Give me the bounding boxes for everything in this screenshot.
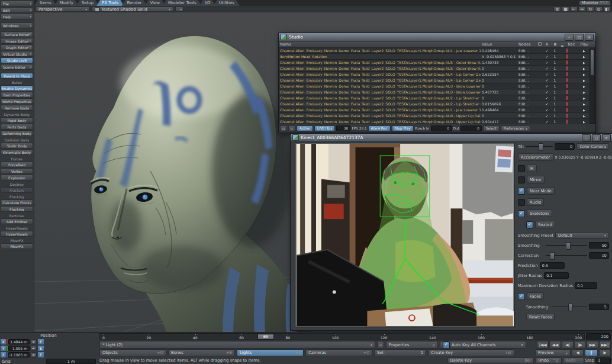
punch-out-field[interactable]: 0: [460, 125, 482, 131]
allow-rec-button[interactable]: Allow Rec: [368, 125, 391, 131]
record-button[interactable]: [565, 66, 578, 70]
sidebar-item[interactable]: Graph Editor F2: [1, 44, 33, 50]
zoom-icon[interactable]: ⊙: [595, 7, 603, 12]
checkbox-icon[interactable]: [526, 221, 533, 228]
transport-button[interactable]: ▶▶|: [599, 341, 611, 349]
prediction-field[interactable]: 0.5: [540, 262, 565, 269]
pane-icon[interactable]: ◧: [603, 7, 611, 12]
sidebar-item[interactable]: HyperVoxels: [1, 226, 33, 230]
add-icon[interactable]: [280, 125, 287, 131]
sidebar-item[interactable]: [1, 70, 33, 72]
active-check[interactable]: ✓: [543, 120, 551, 124]
fps-field[interactable]: 30: [336, 125, 350, 131]
stop-play-button[interactable]: Stop Play: [392, 125, 414, 131]
correction-slider[interactable]: [546, 252, 587, 259]
sidebar-item[interactable]: Vortex: [1, 168, 33, 174]
sidebar-item[interactable]: Windows: [1, 22, 33, 28]
studio-channel-row[interactable]: Channel Alien_Emissary_Nevron_Demo_Facia…: [279, 119, 595, 124]
properties-button[interactable]: Properties p: [386, 341, 438, 349]
current-frame-thumb[interactable]: 65: [257, 334, 274, 340]
axis-stepper[interactable]: ◂▸: [30, 352, 37, 357]
menu-tab[interactable]: View: [144, 0, 165, 6]
sidebar-item[interactable]: Static Body: [1, 143, 33, 149]
play-button[interactable]: ▶: [578, 73, 591, 76]
timeline-ruler[interactable]: 0 20 40 60 80 100 120: [99, 333, 585, 340]
sidebar-item[interactable]: Collision Body: [1, 138, 33, 142]
active-check[interactable]: ✓: [543, 96, 551, 100]
checkbox-label[interactable]: Audio: [527, 198, 544, 206]
studio-channel-row[interactable]: Channel Alien_Emissary_Nevron_Demo_Facia…: [279, 66, 595, 72]
sidebar-item[interactable]: Forcefield: [1, 162, 33, 167]
sidebar-item[interactable]: Deforming Body: [1, 130, 33, 136]
studio-channel-row[interactable]: Channel Alien_Emissary_Nevron_Demo_Facia…: [279, 89, 595, 95]
checkbox-icon[interactable]: [518, 165, 525, 172]
sidebar-item[interactable]: Fracture: [1, 187, 33, 193]
play-button[interactable]: ▶: [578, 79, 591, 82]
record-button[interactable]: [565, 49, 578, 53]
sidebar-item[interactable]: Edit: [1, 7, 33, 13]
envelope-button[interactable]: E: [37, 352, 44, 358]
smoothing-slider[interactable]: [546, 242, 587, 249]
sidebar-item[interactable]: World Properties: [1, 98, 33, 104]
envelope-button[interactable]: E: [37, 339, 44, 345]
step-field[interactable]: 1: [595, 357, 611, 364]
sidebar-item[interactable]: Explosion: [1, 175, 33, 181]
sidebar-item[interactable]: Calculate Flocks: [1, 199, 33, 205]
grid-size-field[interactable]: 1 m: [46, 359, 96, 364]
correction-field[interactable]: 10: [589, 252, 609, 259]
record-button[interactable]: [565, 72, 578, 76]
sidebar-item[interactable]: Scene Editor: [1, 64, 33, 70]
menu-tab[interactable]: I/O: [199, 0, 216, 6]
play-button[interactable]: ▶: [578, 85, 591, 88]
checkbox-icon[interactable]: [518, 176, 525, 183]
studio-channel-row[interactable]: Channel Alien_Emissary_Nevron_Demo_Facia…: [279, 60, 595, 66]
current-item-dropdown[interactable]: * Light (2): [99, 341, 375, 349]
item-type-button[interactable]: Lights +L: [237, 349, 304, 356]
transport-button[interactable]: |◀◀: [537, 341, 549, 349]
smoothing-preset-dropdown[interactable]: Default: [555, 232, 609, 239]
sidebar-item[interactable]: Remove Body: [1, 105, 33, 111]
menu-tab[interactable]: Utilities: [214, 0, 240, 6]
select-button[interactable]: Select: [483, 125, 500, 131]
active-check[interactable]: ✓: [543, 90, 551, 94]
active-check[interactable]: ✓: [543, 72, 551, 76]
active-check[interactable]: ✓: [543, 54, 551, 59]
sidebar-item[interactable]: Image Editor F6: [1, 38, 33, 44]
sidebar-item[interactable]: Particles: [1, 214, 33, 218]
transport-button[interactable]: ◀◀: [549, 341, 561, 349]
item-type-button[interactable]: Objects +O: [99, 349, 166, 356]
undo-button[interactable]: Undo ^Z: [536, 357, 562, 364]
play-button[interactable]: ▶: [578, 91, 591, 94]
studio-channel-row[interactable]: Channel Alien_Emissary_Nevron_Demo_Facia…: [279, 101, 595, 107]
close-icon[interactable]: ×: [602, 134, 611, 141]
maximize-icon[interactable]: □: [575, 34, 584, 41]
axis-stepper[interactable]: ◂▸: [30, 346, 37, 351]
smoothing-field[interactable]: 50: [589, 242, 609, 249]
end-frame-field[interactable]: 200: [586, 333, 611, 340]
play-button[interactable]: ▶: [578, 120, 591, 124]
active-check[interactable]: ✓: [543, 84, 551, 88]
axis-value-field[interactable]: -1.1065 m: [8, 352, 30, 357]
faces-checkbox-icon[interactable]: [518, 293, 525, 300]
view-mode-dropdown[interactable]: Perspective: [36, 7, 90, 12]
sidebar-item[interactable]: Surface Editor F5: [1, 31, 33, 37]
sidebar-item[interactable]: [1, 29, 33, 31]
tilt-field[interactable]: 0: [555, 143, 575, 150]
menu-tab[interactable]: Modeler Tools: [163, 0, 202, 6]
reset-faces-button[interactable]: Reset Faces: [526, 314, 555, 320]
maximize-icon[interactable]: □: [592, 134, 601, 141]
menu-tab[interactable]: FX Tools: [96, 0, 124, 6]
studio-channel-row[interactable]: Channel Alien_Emissary_Nevron_Demo_Facia…: [279, 78, 595, 83]
record-button[interactable]: [565, 60, 578, 65]
studio-channel-row[interactable]: Channel Alien_Emissary_Nevron_Demo_Facia…: [279, 72, 595, 78]
sidebar-item[interactable]: FiberFX: [1, 243, 33, 249]
play-button[interactable]: ▶: [578, 96, 591, 100]
studio-titlebar[interactable]: Studio – □ ×: [279, 33, 595, 41]
kinect-titlebar[interactable]: Kinect_A00366AD6472137A – □ ×: [291, 134, 612, 142]
preview-dropdown[interactable]: Preview: [535, 349, 571, 356]
preferences-dropdown[interactable]: Preferences: [501, 125, 530, 131]
studio-channel-row[interactable]: Channel Alien_Emissary_Nevron_Demo_Facia…: [279, 107, 595, 113]
studio-channel-row[interactable]: Channel Alien_Emissary_Nevron_Demo_Facia…: [279, 113, 595, 119]
record-button[interactable]: [565, 102, 578, 106]
arrow-left-icon[interactable]: ←: [570, 7, 578, 12]
